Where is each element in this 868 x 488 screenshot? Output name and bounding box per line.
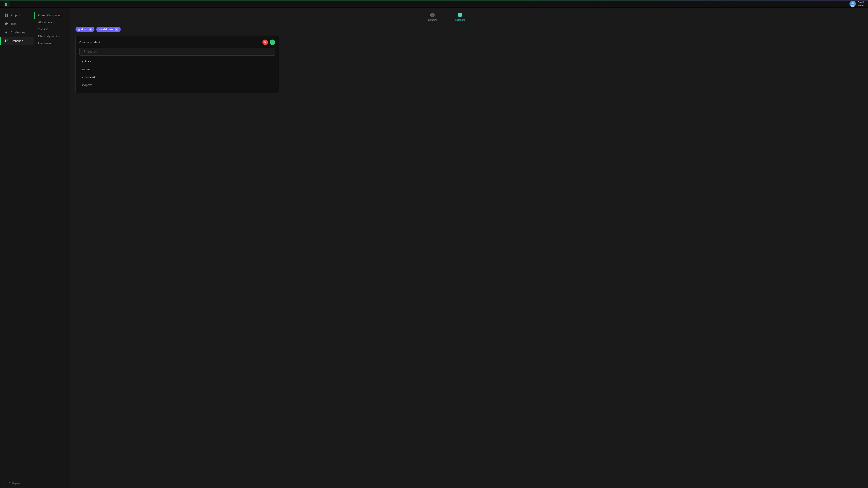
close-button[interactable]: ✕ [262, 39, 268, 45]
student-ynilova[interactable]: ynilova [79, 57, 275, 65]
student-ipopova[interactable]: ipopova [79, 81, 275, 89]
topbar: g David Malan [0, 0, 868, 8]
search-input[interactable] [87, 50, 272, 53]
sidebar-item-project[interactable]: Project [0, 11, 34, 20]
avatar [849, 1, 856, 7]
svg-text:g: g [5, 2, 7, 6]
user-name: David Malan [858, 1, 864, 7]
svg-line-17 [85, 52, 86, 53]
sidebar-item-tree[interactable]: Tree [0, 20, 34, 28]
main-panel: General Students gprkhrv ✕ vmelekhova ✕ [70, 8, 868, 488]
step-line [437, 15, 455, 15]
step-students: Students [455, 13, 465, 21]
choose-title: Choose student [79, 41, 100, 44]
branch-icon [4, 39, 8, 43]
step-general-circle [430, 13, 435, 17]
collapse-button[interactable]: Collapse [0, 479, 34, 488]
svg-marker-11 [5, 31, 7, 34]
student-vostroverk[interactable]: vostroverk [79, 73, 275, 81]
collapse-label: Collapse [8, 482, 20, 485]
tag-vmelekhova-close[interactable]: ✕ [115, 28, 119, 31]
sub-nav-green-computing[interactable]: Green Computing [34, 12, 70, 19]
sidebar: Project Tree Challenges [0, 8, 34, 488]
svg-rect-4 [5, 13, 6, 15]
tag-gprkhrv-label: gprkhrv [78, 28, 87, 31]
tags-row: gprkhrv ✕ vmelekhova ✕ [75, 27, 863, 32]
sub-nav-hardware[interactable]: Hardware [34, 40, 70, 47]
step-students-label: Students [455, 19, 465, 21]
step-general-label: General [428, 19, 437, 21]
sub-nav-track-c[interactable]: Track C [34, 26, 70, 33]
step-general: General [428, 13, 437, 21]
sidebar-item-label-branches: Branches [11, 39, 23, 43]
tree-icon [4, 22, 8, 26]
sub-sidebar: Green Computing Algorithms Track C Elect… [34, 8, 70, 488]
choose-actions: ✕ ✓ [262, 39, 275, 45]
choose-header: Choose student ✕ ✓ [79, 39, 275, 45]
chevron-left-icon [4, 482, 7, 485]
logo: g [4, 1, 10, 7]
search-box[interactable] [79, 48, 275, 56]
steps-row: General Students [75, 13, 863, 21]
grid-icon [4, 13, 8, 17]
logo-icon: g [4, 1, 10, 7]
svg-rect-6 [5, 15, 6, 17]
svg-rect-7 [6, 15, 8, 17]
svg-rect-10 [5, 24, 6, 25]
step-students-circle [458, 13, 462, 17]
confirm-button[interactable]: ✓ [270, 39, 275, 45]
choose-student-panel: Choose student ✕ ✓ [75, 36, 279, 93]
zap-icon [4, 30, 8, 34]
sub-nav-electrodynamics[interactable]: Electrodynamics [34, 33, 70, 40]
sidebar-item-label-tree: Tree [11, 22, 17, 26]
student-list: ynilova rnosach vostroverk ipopova [79, 57, 275, 89]
sub-nav-algorithms[interactable]: Algorithms [34, 19, 70, 26]
student-rnosach[interactable]: rnosach [79, 65, 275, 73]
tag-vmelekhova-label: vmelekhova [99, 28, 114, 31]
sidebar-item-label-project: Project [11, 13, 20, 17]
user-info[interactable]: David Malan [849, 1, 864, 7]
svg-point-2 [851, 2, 854, 4]
tag-gprkhrv: gprkhrv ✕ [75, 27, 94, 32]
svg-point-16 [83, 50, 85, 52]
tag-gprkhrv-close[interactable]: ✕ [89, 28, 92, 31]
search-icon [82, 50, 86, 54]
svg-rect-9 [5, 23, 8, 24]
svg-point-13 [5, 41, 6, 42]
sidebar-item-challenges[interactable]: Challenges [0, 28, 34, 37]
sidebar-item-label-challenges: Challenges [11, 31, 25, 34]
svg-rect-5 [6, 13, 8, 15]
sidebar-item-branches[interactable]: Branches [0, 37, 34, 45]
tag-vmelekhova: vmelekhova ✕ [96, 27, 121, 32]
